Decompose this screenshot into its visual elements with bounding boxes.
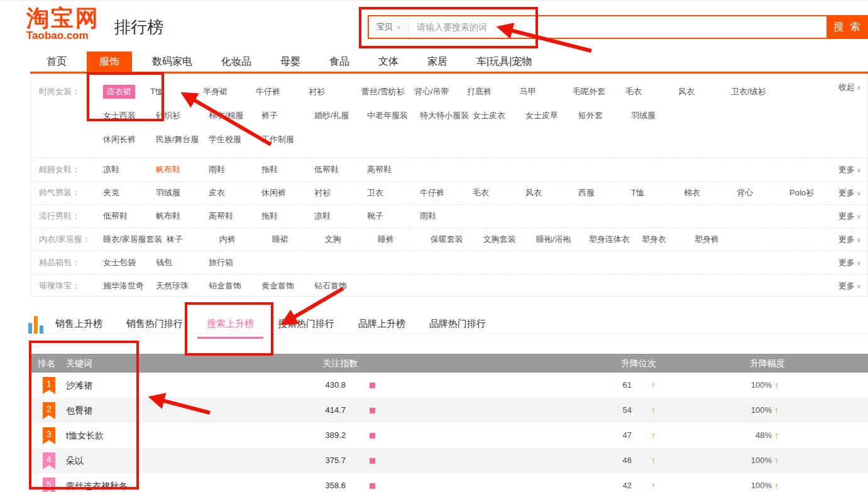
search-category-select[interactable]: 宝贝 ∨ xyxy=(369,16,409,38)
category-item-中老年服装[interactable]: 中老年服装 xyxy=(367,110,416,121)
more-link[interactable]: 更多∨ xyxy=(838,164,861,175)
tab-品牌热门排行[interactable]: 品牌热门排行 xyxy=(429,318,486,330)
taobao-logo[interactable]: 淘宝网 Taobao.com xyxy=(26,6,100,41)
category-item-卫衣/绒衫[interactable]: 卫衣/绒衫 xyxy=(731,86,780,97)
category-item-T恤[interactable]: T恤 xyxy=(631,187,680,199)
category-item-衬衫[interactable]: 衬衫 xyxy=(309,86,358,97)
category-item-睡裙[interactable]: 睡裙 xyxy=(272,234,321,245)
category-item-风衣[interactable]: 风衣 xyxy=(678,86,727,97)
collapse-link[interactable]: 收起∧ xyxy=(838,82,861,93)
category-item-女士皮草[interactable]: 女士皮草 xyxy=(525,110,574,121)
category-item-衬衫[interactable]: 衬衫 xyxy=(314,187,363,199)
more-link[interactable]: 更多∨ xyxy=(838,280,861,292)
category-item-裤子[interactable]: 裤子 xyxy=(261,110,310,121)
category-item-休闲裤[interactable]: 休闲裤 xyxy=(261,187,310,199)
category-item-蕾丝/雪纺衫[interactable]: 蕾丝/雪纺衫 xyxy=(361,86,410,97)
category-item-短外套[interactable]: 短外套 xyxy=(578,110,627,121)
category-item-施华洛世奇[interactable]: 施华洛世奇 xyxy=(103,280,152,292)
category-item-T恤[interactable]: T恤 xyxy=(150,86,199,97)
category-item-拖鞋[interactable]: 拖鞋 xyxy=(261,164,310,175)
nav-tab-化妆品[interactable]: 化妆品 xyxy=(212,52,260,72)
category-item-背心/吊带[interactable]: 背心/吊带 xyxy=(414,86,463,97)
category-item-雨鞋[interactable]: 雨鞋 xyxy=(420,210,469,222)
nav-tab-家居[interactable]: 家居 xyxy=(419,52,456,72)
search-input[interactable] xyxy=(409,16,827,38)
category-item-婚纱/礼服[interactable]: 婚纱/礼服 xyxy=(314,110,363,121)
nav-tab-首页[interactable]: 首页 xyxy=(38,52,75,72)
keyword-link[interactable]: 蕾丝连衣裙秋冬 xyxy=(66,473,128,492)
category-item-睡衣/家居服套装[interactable]: 睡衣/家居服套装 xyxy=(103,234,163,245)
category-item-女士包袋[interactable]: 女士包袋 xyxy=(103,257,152,268)
category-item-羽绒服[interactable]: 羽绒服 xyxy=(156,187,205,199)
category-item-打底裤[interactable]: 打底裤 xyxy=(467,86,516,97)
nav-tab-文体[interactable]: 文体 xyxy=(370,52,407,72)
category-item-塑身连体衣[interactable]: 塑身连体衣 xyxy=(589,234,638,245)
category-item-雨鞋[interactable]: 雨鞋 xyxy=(209,164,258,175)
category-item-棉衣/棉服[interactable]: 棉衣/棉服 xyxy=(209,110,258,121)
category-item-女士西装[interactable]: 女士西装 xyxy=(103,110,152,121)
category-item-靴子[interactable]: 靴子 xyxy=(367,210,416,222)
category-item-特大特小服装[interactable]: 特大特小服装 xyxy=(420,110,469,121)
category-item-工作制服[interactable]: 工作制服 xyxy=(261,134,310,145)
category-item-牛仔裤[interactable]: 牛仔裤 xyxy=(256,86,305,97)
category-item-毛衣[interactable]: 毛衣 xyxy=(625,86,674,97)
category-item-Polo衫[interactable]: Polo衫 xyxy=(789,187,838,199)
category-item-塑身衣[interactable]: 塑身衣 xyxy=(642,234,691,245)
category-item-保暖套装[interactable]: 保暖套装 xyxy=(431,234,480,245)
category-item-低帮鞋[interactable]: 低帮鞋 xyxy=(314,164,363,175)
category-item-钻石首饰[interactable]: 钻石首饰 xyxy=(314,280,363,292)
category-item-学生校服[interactable]: 学生校服 xyxy=(209,134,258,145)
category-item-连衣裙[interactable]: 连衣裙 xyxy=(103,85,135,99)
category-item-棉衣[interactable]: 棉衣 xyxy=(684,187,733,199)
category-item-羽绒服[interactable]: 羽绒服 xyxy=(631,110,680,121)
category-item-马甲[interactable]: 马甲 xyxy=(520,86,569,97)
category-item-毛衣[interactable]: 毛衣 xyxy=(473,187,522,199)
category-item-低帮鞋[interactable]: 低帮鞋 xyxy=(103,210,152,222)
category-item-卫衣[interactable]: 卫衣 xyxy=(367,187,416,199)
category-item-凉鞋[interactable]: 凉鞋 xyxy=(314,210,363,222)
category-item-拖鞋[interactable]: 拖鞋 xyxy=(261,210,310,222)
tab-销售热门排行[interactable]: 销售热门排行 xyxy=(126,318,183,330)
more-link[interactable]: 更多∨ xyxy=(838,234,861,245)
keyword-link[interactable]: 沙滩裙 xyxy=(66,373,92,398)
nav-tab-服饰[interactable]: 服饰 xyxy=(87,52,132,72)
keyword-link[interactable]: 朵以 xyxy=(66,448,84,473)
category-item-黄金首饰[interactable]: 黄金首饰 xyxy=(261,280,310,292)
category-item-民族/舞台服[interactable]: 民族/舞台服 xyxy=(156,134,205,145)
nav-tab-数码家电[interactable]: 数码家电 xyxy=(143,52,201,72)
category-item-钱包[interactable]: 钱包 xyxy=(156,257,205,268)
category-item-铂金首饰[interactable]: 铂金首饰 xyxy=(209,280,258,292)
category-item-毛呢外套[interactable]: 毛呢外套 xyxy=(573,86,622,97)
category-item-袜子[interactable]: 袜子 xyxy=(167,234,216,245)
category-item-背心[interactable]: 背心 xyxy=(737,187,786,199)
category-item-内裤[interactable]: 内裤 xyxy=(219,234,268,245)
category-item-旅行箱[interactable]: 旅行箱 xyxy=(209,257,258,268)
nav-tab-食品[interactable]: 食品 xyxy=(321,52,358,72)
keyword-link[interactable]: 包臀裙 xyxy=(66,398,92,423)
more-link[interactable]: 更多∨ xyxy=(838,210,861,222)
category-item-天然珍珠[interactable]: 天然珍珠 xyxy=(156,280,205,292)
category-item-夹克[interactable]: 夹克 xyxy=(103,187,152,199)
more-link[interactable]: 更多∨ xyxy=(838,257,861,268)
category-item-风衣[interactable]: 风衣 xyxy=(525,187,574,199)
search-button[interactable]: 搜 索 xyxy=(828,15,868,39)
category-item-半身裙[interactable]: 半身裙 xyxy=(203,86,252,97)
nav-tab-车|玩具|宠物[interactable]: 车|玩具|宠物 xyxy=(468,52,541,72)
nav-tab-母婴[interactable]: 母婴 xyxy=(272,52,309,72)
more-link[interactable]: 更多∨ xyxy=(838,187,861,199)
category-item-睡裤[interactable]: 睡裤 xyxy=(378,234,427,245)
category-item-文胸[interactable]: 文胸 xyxy=(325,234,374,245)
category-item-睡袍/浴袍[interactable]: 睡袍/浴袍 xyxy=(536,234,585,245)
category-item-高帮鞋[interactable]: 高帮鞋 xyxy=(367,164,416,175)
tab-搜索热门排行[interactable]: 搜索热门排行 xyxy=(278,318,334,330)
category-item-帆布鞋[interactable]: 帆布鞋 xyxy=(156,164,205,175)
category-item-牛仔裤[interactable]: 牛仔裤 xyxy=(420,187,469,199)
category-item-文胸套装[interactable]: 文胸套装 xyxy=(483,234,532,245)
keyword-link[interactable]: t恤女长款 xyxy=(66,423,104,448)
tab-销售上升榜[interactable]: 销售上升榜 xyxy=(55,318,102,330)
tab-品牌上升榜[interactable]: 品牌上升榜 xyxy=(358,318,405,330)
category-item-休闲长裤[interactable]: 休闲长裤 xyxy=(103,134,152,145)
category-item-帆布鞋[interactable]: 帆布鞋 xyxy=(156,210,205,222)
category-item-西服[interactable]: 西服 xyxy=(578,187,627,199)
category-item-凉鞋[interactable]: 凉鞋 xyxy=(103,164,152,175)
